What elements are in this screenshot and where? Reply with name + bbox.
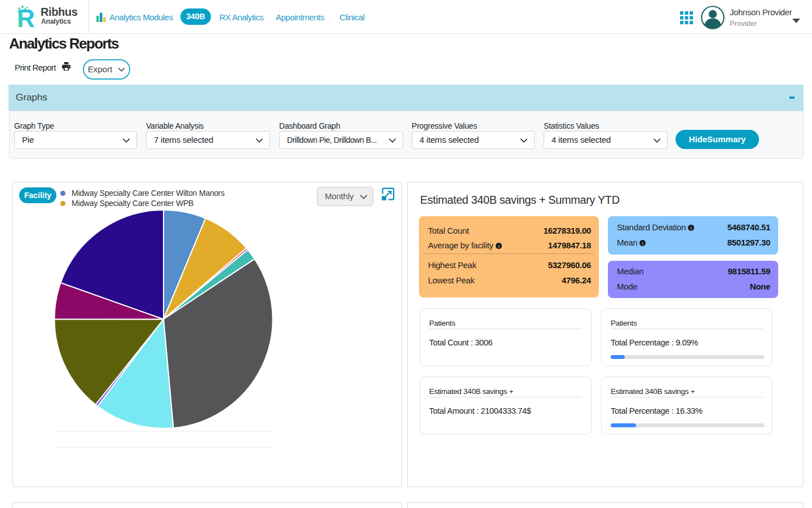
svg-text:i: i xyxy=(498,244,499,249)
svg-text:i: i xyxy=(691,226,692,231)
svg-text:i: i xyxy=(642,241,643,246)
